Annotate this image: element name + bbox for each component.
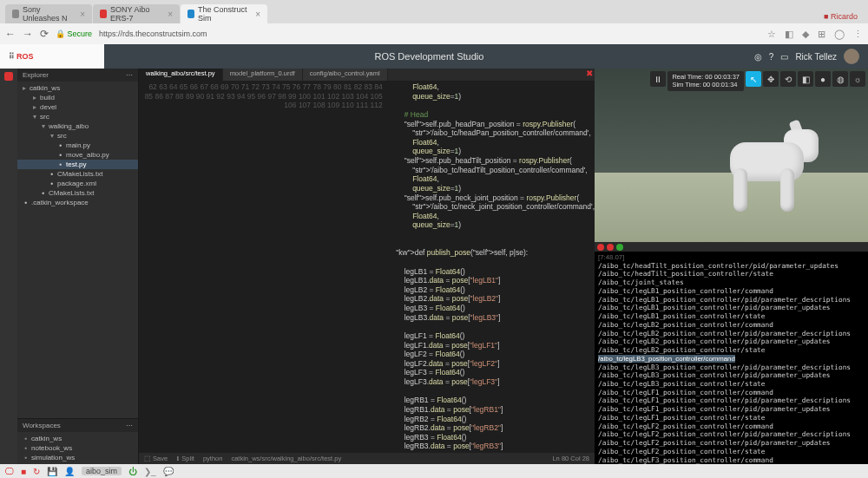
avatar[interactable] — [844, 49, 859, 64]
line-gutter: 62 63 64 65 66 67 68 69 70 71 72 73 74 7… — [139, 81, 388, 453]
code-editor[interactable]: 62 63 64 65 66 67 68 69 70 71 72 73 74 7… — [139, 81, 595, 453]
save-button[interactable]: ⬚ Save — [144, 455, 168, 462]
close-icon[interactable]: × — [80, 10, 85, 19]
editor-area: walking_aibo/src/test.py model_platform_… — [139, 69, 595, 464]
activity-icon[interactable] — [4, 72, 13, 81]
tree-item[interactable]: ▸devel — [17, 102, 138, 112]
cursor-button[interactable]: ↖ — [746, 71, 761, 87]
compass-icon[interactable]: ◎ — [754, 52, 762, 62]
robot-model[interactable] — [704, 121, 834, 225]
user-icon[interactable]: 👤 — [64, 467, 75, 476]
editor-tab[interactable]: config/aibo_control.yaml — [303, 69, 388, 81]
tree-item[interactable]: ▪.catkin_workspace — [17, 198, 138, 207]
right-column: ⏸ Real Time: 00 00:03:37 Sim Time: 00 00… — [595, 69, 868, 464]
activity-bar — [0, 69, 17, 464]
back-icon[interactable]: ← — [5, 28, 16, 40]
browser-profile[interactable]: ■ Ricardo — [824, 12, 863, 23]
workspace-list: ▪catkin_ws▪notebook_ws▪simulation_ws — [17, 432, 138, 464]
sphere-button[interactable]: ● — [815, 71, 831, 87]
os-taskbar: 🖵 ■ ↻ 💾 👤 aibo_sim ⏻ ❯_ 💬 — [0, 464, 868, 478]
tab-label: SONY Aibo ERS-7 — [110, 5, 162, 23]
workspace-item[interactable]: ▪notebook_ws — [17, 443, 138, 453]
move-button[interactable]: ✥ — [763, 71, 779, 87]
ros-logo: ⠿ROS — [0, 44, 104, 69]
browser-tab[interactable]: Sony Unleashes N× — [5, 4, 92, 23]
simulation-viewport[interactable]: ⏸ Real Time: 00 00:03:37 Sim Time: 00 00… — [595, 69, 868, 242]
workspace-item[interactable]: ▪catkin_ws — [17, 434, 138, 443]
cursor-pos: Ln 80 Col 28 — [552, 455, 589, 462]
camera-icon[interactable]: ■ — [21, 467, 26, 476]
terminal[interactable]: [7:48.07] /aibo_tc/headTilt_position_con… — [595, 252, 868, 464]
window-icon[interactable]: ▭ — [780, 52, 788, 62]
tree-item[interactable]: ▪CMakeLists.txt — [17, 188, 138, 198]
app-header: ⠿ROS ROS Development Studio ◎ ? ▭ Rick T… — [0, 44, 868, 69]
reload-icon[interactable]: ↻ — [33, 467, 40, 476]
chat-icon[interactable]: 💬 — [163, 467, 174, 476]
workspaces-header[interactable]: Workspaces⋯ — [17, 419, 138, 432]
url-text[interactable]: https://rds.theconstructsim.com — [99, 29, 207, 38]
sim-time-panel: Real Time: 00 00:03:37 Sim Time: 00 00:0… — [667, 71, 744, 91]
terminal-tab[interactable] — [616, 244, 623, 251]
browser-tab[interactable]: SONY Aibo ERS-7× — [93, 4, 180, 23]
browser-tab-active[interactable]: The Construct Sim× — [181, 4, 267, 23]
workspace-item[interactable]: ▪simulation_ws — [17, 453, 138, 462]
browser-addressbar: ← → ⟳ 🔒 Secure https://rds.theconstructs… — [0, 23, 868, 44]
code-content[interactable]: Float64, queue_size=1) # Head "self">sel… — [388, 81, 595, 453]
tab-label: The Construct Sim — [198, 5, 250, 23]
lang-label: python — [203, 455, 223, 462]
cylinder-button[interactable]: ◍ — [832, 71, 848, 87]
reload-icon[interactable]: ⟳ — [40, 28, 49, 40]
explorer-header[interactable]: Explorer⋯ — [17, 69, 138, 82]
extension-icon[interactable]: ◧ — [785, 29, 793, 40]
tree-item[interactable]: ▪test.py — [17, 160, 138, 169]
app-label[interactable]: aibo_sim — [82, 467, 122, 475]
terminal-tab[interactable] — [607, 244, 614, 251]
desktop-icon[interactable]: 🖵 — [5, 467, 14, 476]
user-name: Rick Tellez — [795, 52, 837, 62]
close-icon[interactable]: × — [168, 10, 173, 19]
light-button[interactable]: ☼ — [850, 71, 865, 87]
extension-icon[interactable]: ⊞ — [818, 29, 825, 40]
help-icon[interactable]: ? — [769, 52, 774, 62]
terminal-tab[interactable] — [597, 244, 604, 251]
tree-item[interactable]: ▪move_aibo.py — [17, 150, 138, 160]
browser-tabstrip: Sony Unleashes N× SONY Aibo ERS-7× The C… — [0, 0, 868, 23]
tree-item[interactable]: ▪CMakeLists.txt — [17, 169, 138, 179]
rotate-button[interactable]: ⟲ — [780, 71, 796, 87]
tree-item[interactable]: ▾src — [17, 131, 138, 141]
pause-button[interactable]: ⏸ — [650, 71, 666, 87]
extension-icon[interactable]: ◯ — [834, 29, 845, 40]
tree-item[interactable]: ▸build — [17, 93, 138, 102]
tab-label: Sony Unleashes N — [23, 5, 75, 23]
tree-item[interactable]: ▾src — [17, 112, 138, 121]
extension-icon[interactable]: ◆ — [802, 29, 809, 40]
menu-icon[interactable]: ⋮ — [853, 29, 863, 40]
app-title: ROS Development Studio — [104, 51, 754, 62]
power-icon[interactable]: ⏻ — [128, 467, 137, 476]
tree-item[interactable]: ▪package.xml — [17, 179, 138, 188]
sidebar: Explorer⋯ ▸catkin_ws▸build▸devel▾src▾wal… — [17, 69, 139, 464]
tree-item[interactable]: ▾walking_aibo — [17, 121, 138, 131]
secure-badge: 🔒 Secure — [56, 29, 92, 38]
editor-tabstrip: walking_aibo/src/test.py model_platform_… — [139, 69, 595, 81]
editor-tab[interactable]: model_platform_0.urdf — [223, 69, 303, 81]
terminal-icon[interactable]: ❯_ — [144, 467, 156, 476]
star-icon[interactable]: ☆ — [767, 29, 776, 40]
editor-tab-active[interactable]: walking_aibo/src/test.py — [139, 69, 223, 81]
close-icon[interactable]: ✖ — [586, 69, 593, 78]
terminal-tabs — [595, 242, 868, 252]
cube-button[interactable]: ◧ — [798, 71, 813, 87]
forward-icon[interactable]: → — [23, 28, 33, 40]
close-icon[interactable]: × — [255, 10, 260, 19]
tree-root[interactable]: ▸catkin_ws — [17, 83, 138, 93]
file-tree: ▸catkin_ws▸build▸devel▾src▾walking_aibo▾… — [17, 82, 138, 418]
save-icon[interactable]: 💾 — [47, 467, 57, 476]
split-button[interactable]: ⫿ Split — [176, 455, 194, 462]
editor-statusbar: ⬚ Save ⫿ Split python catkin_ws/src/walk… — [139, 453, 595, 464]
tree-item[interactable]: ▪main.py — [17, 141, 138, 150]
path-label: catkin_ws/src/walking_aibo/src/test.py — [231, 455, 341, 462]
